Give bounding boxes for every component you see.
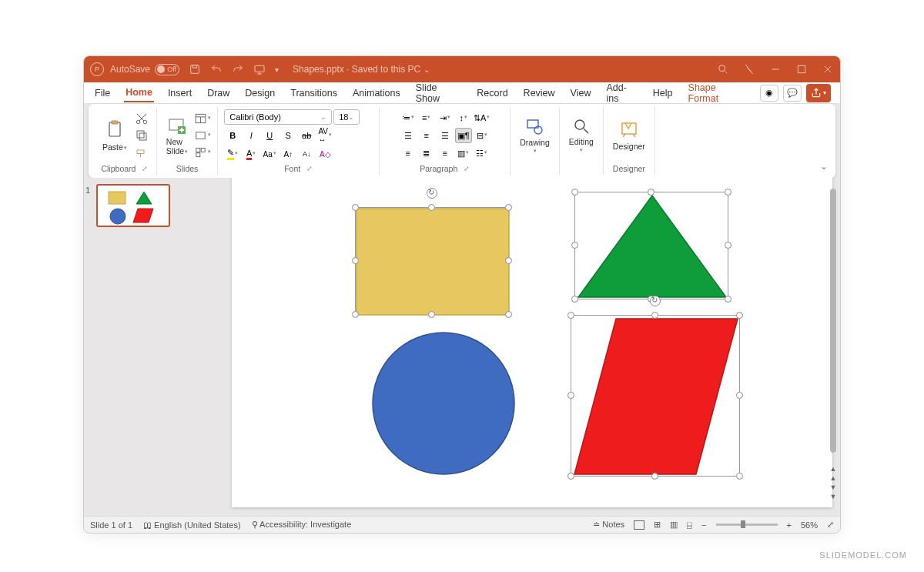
slide-canvas-area[interactable] xyxy=(186,178,840,516)
editing-button[interactable]: Editing xyxy=(566,115,597,156)
resize-handle[interactable] xyxy=(567,473,574,480)
scroll-up2-icon[interactable]: ▲ xyxy=(830,474,837,482)
shape-rectangle-selected[interactable] xyxy=(355,207,509,315)
bullets-button[interactable]: ≔ xyxy=(400,110,417,125)
resize-handle[interactable] xyxy=(725,242,732,249)
menu-file[interactable]: File xyxy=(93,85,112,102)
slide-thumbnail-1[interactable]: 1 xyxy=(92,184,178,227)
resize-handle[interactable] xyxy=(736,392,743,399)
redo-icon[interactable] xyxy=(232,63,244,75)
resize-handle[interactable] xyxy=(352,257,359,264)
align-left2-button[interactable]: ≡ xyxy=(400,146,417,161)
numbering-button[interactable]: ≡ xyxy=(418,110,435,125)
document-title[interactable]: Shapes.pptx · Saved to this PC ⌄ xyxy=(293,64,429,75)
normal-view-icon[interactable] xyxy=(634,520,644,530)
maximize-icon[interactable] xyxy=(795,63,808,75)
bold-button[interactable]: B xyxy=(224,128,241,143)
menu-shapeformat[interactable]: Shape Format xyxy=(687,79,748,107)
thumbnail-panel[interactable]: 1 xyxy=(84,178,186,516)
indent-button[interactable]: ⇥ xyxy=(437,110,454,125)
vertical-scrollbar[interactable]: ▲ ▲ ▼ ▼ xyxy=(828,178,839,500)
share-button[interactable]: ▾ xyxy=(806,84,831,102)
scroll-down-icon[interactable]: ▼ xyxy=(830,483,837,491)
resize-handle[interactable] xyxy=(571,189,578,196)
resize-handle[interactable] xyxy=(571,242,578,249)
resize-handle[interactable] xyxy=(725,189,732,196)
resize-handle[interactable] xyxy=(725,296,732,303)
menu-review[interactable]: Review xyxy=(522,85,557,102)
resize-handle[interactable] xyxy=(505,257,512,264)
font-name-input[interactable]: Calibri (Body)⌄ xyxy=(224,109,332,125)
underline-button[interactable]: U xyxy=(261,128,278,143)
reset-button[interactable] xyxy=(194,128,211,143)
designer-button[interactable]: Designer xyxy=(610,119,648,152)
menu-transitions[interactable]: Transitions xyxy=(289,85,339,102)
columns-button[interactable]: ▥ xyxy=(455,146,472,161)
copy-button[interactable] xyxy=(133,128,150,143)
change-case-button[interactable]: Aa xyxy=(261,146,278,162)
resize-handle[interactable] xyxy=(428,311,435,318)
fit-window-button[interactable]: ⤢ xyxy=(827,520,834,530)
menu-addins[interactable]: Add-ins xyxy=(604,79,638,107)
scroll-down2-icon[interactable]: ▼ xyxy=(830,493,837,500)
clear-format-button[interactable]: A◇ xyxy=(316,146,333,162)
menu-animations[interactable]: Animations xyxy=(351,85,402,102)
align-center2-button[interactable]: ≣ xyxy=(418,146,435,161)
scroll-up-icon[interactable]: ▲ xyxy=(830,465,837,473)
mic-icon[interactable] xyxy=(743,63,755,75)
resize-handle[interactable] xyxy=(352,311,359,318)
cut-button[interactable] xyxy=(133,111,150,126)
resize-handle[interactable] xyxy=(651,473,658,480)
highlight-button[interactable]: ✎ xyxy=(224,146,241,162)
status-accessibility[interactable]: ⚲ Accessibility: Investigate xyxy=(252,520,352,530)
drawing-button[interactable]: Drawing xyxy=(517,115,553,156)
menu-draw[interactable]: Draw xyxy=(206,85,231,102)
align-left-button[interactable]: ☰ xyxy=(400,128,417,143)
zoom-percent[interactable]: 56% xyxy=(801,520,818,530)
new-slide-button[interactable]: New Slide xyxy=(163,114,191,157)
rotate-handle[interactable] xyxy=(427,188,437,199)
menu-help[interactable]: Help xyxy=(651,85,675,102)
align-right-button[interactable]: ☰ xyxy=(437,128,454,143)
toggle-switch[interactable]: Off xyxy=(155,64,179,75)
strikethrough-button[interactable]: ab xyxy=(298,128,315,143)
zoom-slider[interactable] xyxy=(716,523,778,526)
minimize-icon[interactable] xyxy=(769,63,782,75)
resize-handle[interactable] xyxy=(651,312,658,319)
shape-circle[interactable] xyxy=(370,330,517,477)
save-icon[interactable] xyxy=(189,63,201,75)
menu-home[interactable]: Home xyxy=(124,84,154,102)
format-painter-button[interactable] xyxy=(133,145,150,160)
camera-button[interactable]: ◉ xyxy=(760,85,778,102)
sorter-view-icon[interactable]: ⊞ xyxy=(654,520,661,530)
reading-view-icon[interactable]: ▥ xyxy=(670,520,678,530)
menu-slideshow[interactable]: Slide Show xyxy=(414,79,464,107)
font-color-button[interactable]: A xyxy=(243,146,259,162)
text-direction-button[interactable]: ⇅A xyxy=(474,110,490,125)
resize-handle[interactable] xyxy=(352,204,359,211)
align-right2-button[interactable]: ≡ xyxy=(437,146,454,161)
zoom-out-button[interactable]: − xyxy=(701,520,706,530)
paragraph-launcher[interactable]: ⤢ xyxy=(464,165,470,172)
collapse-ribbon-button[interactable]: ⌄ xyxy=(820,161,828,172)
slideshow-icon[interactable] xyxy=(253,63,266,75)
justify-button[interactable]: ▣¶ xyxy=(455,128,472,143)
resize-handle[interactable] xyxy=(567,392,574,399)
char-spacing-button[interactable]: AV↔ xyxy=(316,128,333,143)
paste-button[interactable]: Paste xyxy=(99,118,130,153)
shape-triangle-selected[interactable] xyxy=(574,192,728,299)
autosave-toggle[interactable]: AutoSave Off xyxy=(110,64,179,75)
smartart-button[interactable]: ☷ xyxy=(474,146,490,161)
shadow-button[interactable]: S xyxy=(280,128,296,143)
menu-design[interactable]: Design xyxy=(243,85,276,102)
resize-handle[interactable] xyxy=(736,312,743,319)
menu-record[interactable]: Record xyxy=(475,85,509,102)
close-icon[interactable] xyxy=(822,63,834,75)
resize-handle[interactable] xyxy=(648,189,654,196)
undo-icon[interactable] xyxy=(210,63,223,75)
menu-insert[interactable]: Insert xyxy=(166,85,193,102)
align-text-button[interactable]: ⊟ xyxy=(474,128,490,143)
zoom-in-button[interactable]: + xyxy=(787,520,792,530)
align-center-button[interactable]: ≡ xyxy=(418,128,435,143)
section-button[interactable] xyxy=(194,145,211,160)
